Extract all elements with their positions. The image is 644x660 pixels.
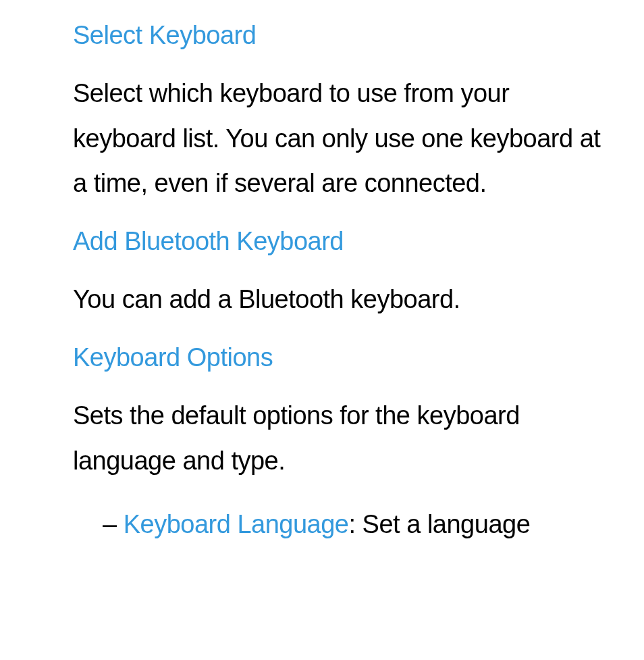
list-dash: –	[103, 510, 117, 538]
section-heading-select-keyboard[interactable]: Select Keyboard	[73, 19, 610, 52]
list-item-label[interactable]: Keyboard Language	[124, 510, 349, 538]
document-content: Select Keyboard Select which keyboard to…	[0, 0, 644, 547]
section-body-select-keyboard: Select which keyboard to use from your k…	[73, 71, 610, 206]
section-body-add-bluetooth-keyboard: You can add a Bluetooth keyboard.	[73, 277, 610, 322]
list-item-keyboard-language: – Keyboard Language: Set a language	[73, 502, 610, 547]
section-heading-keyboard-options[interactable]: Keyboard Options	[73, 341, 610, 374]
section-body-keyboard-options: Sets the default options for the keyboar…	[73, 393, 610, 483]
section-heading-add-bluetooth-keyboard[interactable]: Add Bluetooth Keyboard	[73, 225, 610, 258]
list-item-rest: : Set a language	[349, 510, 531, 538]
